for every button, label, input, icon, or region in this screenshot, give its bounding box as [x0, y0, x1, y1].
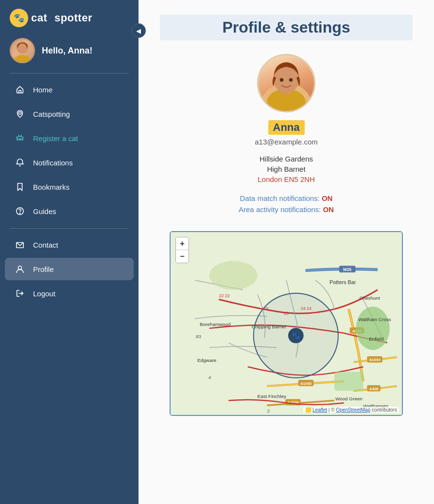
svg-point-40 [356, 306, 389, 350]
svg-text:Borehamwood: Borehamwood [200, 322, 231, 327]
logo-paw-icon: 🐾 [10, 9, 28, 27]
app-logo: cat spotter [31, 12, 92, 24]
svg-point-1 [14, 55, 32, 63]
cat-icon [15, 133, 25, 144]
envelope-icon [15, 239, 25, 250]
svg-text:22 22: 22 22 [219, 293, 229, 298]
osm-link[interactable]: OpenStreetMap [336, 407, 370, 413]
svg-text:Potters Bar: Potters Bar [330, 279, 356, 285]
svg-text:2: 2 [267, 408, 270, 414]
sidebar-item-home[interactable]: Home [5, 78, 134, 101]
svg-line-6 [17, 137, 17, 138]
area-activity-value: ON [323, 205, 334, 214]
attribution-separator: | © [329, 407, 336, 413]
map-container: M25 A110 A1000 A1004 [170, 231, 403, 416]
catspotting-label: Catspotting [33, 110, 70, 118]
logout-icon [15, 288, 25, 299]
app-name-part1: cat [31, 12, 47, 24]
register-cat-label: Register a cat [33, 134, 78, 143]
svg-text:Enfield: Enfield [369, 336, 383, 342]
sidebar-header: 🐾 cat spotter [0, 0, 139, 32]
user-greeting-section: Hello, Anna! [0, 32, 139, 71]
svg-rect-4 [19, 90, 21, 93]
svg-text:4: 4 [208, 375, 211, 380]
data-match-label: Data match notifications: [240, 194, 320, 202]
bookmark-icon [15, 181, 25, 192]
svg-line-7 [22, 137, 23, 138]
sidebar-item-notifications[interactable]: Notifications [5, 151, 134, 174]
home-label: Home [33, 86, 52, 94]
data-match-value: ON [322, 194, 333, 202]
location-pin-icon [15, 108, 25, 119]
sidebar-item-logout[interactable]: Logout [5, 282, 134, 305]
avatar [10, 38, 35, 63]
user-name: Anna [268, 120, 305, 135]
data-match-notif-line: Data match notifications: ON [239, 194, 334, 202]
svg-text:Waltham Cross: Waltham Cross [358, 317, 391, 322]
svg-text:M25: M25 [343, 267, 351, 272]
map-attribution: 🟨 Leaflet | © OpenStreetMap contributors [303, 407, 399, 413]
map-zoom-controls: + − [175, 237, 189, 263]
profile-avatar [257, 54, 315, 112]
avatar-image [11, 39, 34, 62]
logout-label: Logout [33, 289, 55, 298]
notifications-label: Notifications [33, 159, 73, 167]
address-line1: Hillside Gardens [258, 155, 315, 163]
sidebar-item-profile[interactable]: Profile [5, 258, 134, 280]
svg-text:Cheshunt: Cheshunt [359, 295, 380, 301]
area-activity-label: Area activity notifications: [239, 205, 321, 214]
address-line2: High Barnet [258, 165, 315, 173]
avatar-svg [11, 38, 34, 63]
attribution-contributors: contributors [372, 407, 397, 413]
profile-label: Profile [33, 265, 54, 273]
zoom-out-button[interactable]: − [176, 250, 189, 263]
notifications-section: Data match notifications: ON Area activi… [239, 194, 334, 216]
greeting-text: Hello, Anna! [42, 46, 92, 56]
collapse-sidebar-button[interactable]: ◀ [131, 23, 146, 38]
postcode: London EN5 2NH [258, 175, 315, 183]
page-title: Profile & settings [160, 15, 413, 40]
sidebar-item-bookmarks[interactable]: Bookmarks [5, 176, 134, 198]
area-activity-notif-line: Area activity notifications: ON [239, 205, 334, 214]
sidebar-mid-divider [10, 228, 129, 229]
profile-avatar-image [259, 55, 314, 111]
address-section: Hillside Gardens High Barnet London EN5 … [258, 155, 315, 186]
svg-point-18 [289, 78, 293, 82]
sidebar: 🐾 cat spotter ◀ Hello, Anna! [0, 0, 139, 504]
svg-text:🐾: 🐾 [292, 332, 300, 340]
svg-text:A406: A406 [369, 387, 379, 391]
bookmarks-label: Bookmarks [33, 183, 69, 191]
main-content: Profile & settings [139, 0, 434, 504]
svg-point-39 [209, 261, 258, 289]
svg-text:Wood Green: Wood Green [335, 396, 363, 401]
svg-text:A1000: A1000 [300, 381, 312, 386]
bell-icon [15, 157, 25, 168]
svg-text:East Finchley: East Finchley [258, 394, 286, 399]
user-email: a13@example.com [255, 138, 317, 146]
svg-point-3 [18, 43, 27, 52]
sidebar-item-catspotting[interactable]: Catspotting [5, 103, 134, 125]
user-icon [15, 264, 25, 274]
contact-label: Contact [33, 241, 58, 249]
svg-point-11 [18, 266, 21, 270]
svg-text:Edgware: Edgware [197, 358, 216, 363]
svg-text:83: 83 [196, 334, 201, 339]
map-svg: M25 A110 A1000 A1004 [171, 232, 402, 415]
question-circle-icon [15, 206, 25, 216]
sidebar-top-divider [10, 73, 129, 73]
home-icon [15, 84, 25, 95]
map-background: M25 A110 A1000 A1004 [171, 232, 402, 415]
app-name-part2: spotter [54, 12, 92, 24]
svg-text:A1004: A1004 [369, 358, 381, 362]
sidebar-item-guides[interactable]: Guides [5, 200, 134, 222]
leaflet-link[interactable]: Leaflet [312, 407, 327, 413]
svg-point-5 [18, 112, 21, 114]
svg-point-17 [280, 78, 284, 82]
svg-rect-41 [334, 372, 363, 391]
zoom-in-button[interactable]: + [176, 237, 189, 250]
sidebar-item-register-cat[interactable]: Register a cat [5, 127, 134, 149]
svg-point-9 [19, 213, 20, 214]
sidebar-item-contact[interactable]: Contact [5, 234, 134, 256]
guides-label: Guides [33, 207, 56, 216]
